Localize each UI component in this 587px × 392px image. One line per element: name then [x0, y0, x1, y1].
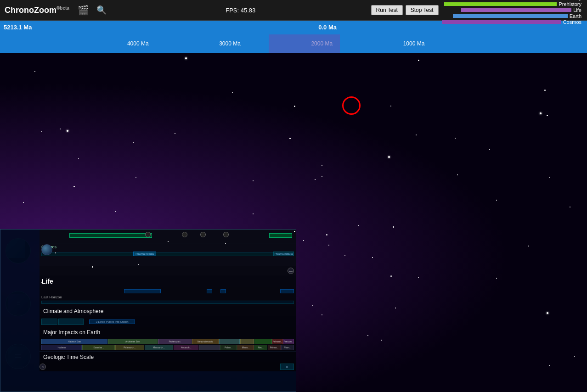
stop-test-button[interactable]: Stop Test [406, 5, 439, 15]
star-19 [23, 202, 24, 203]
star-10 [41, 131, 42, 132]
star-0 [185, 57, 187, 59]
star-45 [547, 312, 548, 314]
star-1 [418, 60, 419, 61]
search-icon[interactable]: 🔍 [93, 5, 110, 15]
star-36 [73, 186, 75, 187]
star-50 [322, 314, 322, 315]
timeline-left-label: 5213.1 Ma [4, 24, 32, 31]
timeline-tick: 1000 Ma [403, 40, 425, 47]
star-12 [175, 133, 175, 134]
beta-label: ®beta [56, 6, 69, 11]
star-37 [457, 174, 458, 175]
run-test-button[interactable]: Run Test [371, 5, 403, 15]
legend-item-life: Life [461, 7, 581, 13]
star-26 [326, 234, 327, 235]
star-57 [41, 282, 42, 283]
bottom-controls: ○ ||| [40, 362, 296, 371]
star-29 [393, 226, 394, 228]
panel-content: Cosmos Plasma nebula Plasma nebula — Lif… [40, 230, 296, 371]
star-54 [168, 241, 169, 242]
star-33 [570, 207, 570, 207]
star-42 [418, 277, 419, 278]
major-impacts-section: 3 Large Pulses into Craton [40, 316, 296, 327]
star-9 [540, 112, 542, 114]
star-2 [34, 71, 35, 72]
star-46 [549, 365, 550, 366]
star-3 [232, 92, 233, 93]
star-43 [395, 308, 396, 308]
last-horizon-label: Last Horizon [40, 295, 296, 300]
timeline-tick: 3000 Ma [219, 40, 241, 47]
star-51 [312, 305, 313, 306]
star-31 [496, 200, 497, 201]
star-4 [544, 90, 546, 91]
timeline-right-label: 0.0 Ma [318, 24, 337, 31]
star-7 [294, 106, 295, 107]
red-circle-marker [342, 96, 361, 115]
header-buttons: Run Test Stop Test HumanityPrehistoryLif… [371, 0, 587, 25]
star-28 [358, 225, 359, 226]
star-47 [574, 356, 575, 357]
climate-atmosphere-row: Climate and Atmosphere [40, 306, 296, 316]
fps-display: FPS: 45.83 [110, 7, 371, 14]
star-38 [528, 246, 529, 246]
star-14 [322, 176, 322, 177]
star-13 [289, 138, 291, 139]
star-40 [372, 257, 373, 258]
controls-row: — [40, 266, 296, 275]
star-34 [315, 179, 316, 180]
timeline-bar[interactable]: 4000 Ma3000 Ma2000 Ma1000 Ma [0, 34, 587, 53]
star-15 [388, 156, 390, 158]
star-58 [55, 252, 56, 253]
life-section: Life [40, 275, 296, 287]
minimap-panel: Cosmos Plasma nebula Plasma nebula — Lif… [0, 229, 296, 392]
film-icon[interactable]: 🎬 [74, 5, 93, 16]
star-39 [344, 255, 345, 256]
star-21 [135, 177, 136, 178]
star-30 [416, 134, 417, 135]
cosmos-section: Cosmos Plasma nebula Plasma nebula [40, 243, 296, 266]
star-18 [547, 115, 548, 116]
geologic-label: Geologic Time Scale [41, 353, 294, 361]
star-56 [92, 266, 93, 268]
legend-item-earth: Earth [453, 13, 581, 19]
major-impacts-row: Major Impacts on Earth [40, 327, 296, 337]
main-canvas[interactable]: ▪▪▪▪▪▪ ══════ Cosmos Plas [0, 53, 587, 392]
legend: HumanityPrehistoryLifeEarthCosmos [441, 0, 583, 25]
star-20 [60, 129, 61, 129]
climate-label: Climate and Atmosphere [41, 307, 294, 315]
star-52 [253, 213, 254, 214]
geologic-row: Geologic Time Scale [40, 352, 296, 362]
star-27 [328, 245, 329, 246]
cosmos-label: Cosmos [40, 244, 296, 250]
star-53 [225, 243, 226, 244]
legend-item-prehistory: Prehistory [444, 1, 581, 7]
star-48 [367, 335, 368, 336]
star-24 [303, 240, 304, 241]
timeline[interactable]: 5213.1 Ma 0.0 Ma 4000 Ma3000 Ma2000 Ma10… [0, 21, 587, 53]
star-5 [67, 130, 68, 132]
timeline-highlight [269, 34, 340, 53]
life-label: Life [40, 276, 296, 286]
star-25 [322, 165, 322, 166]
legend-item-cosmos: Cosmos [442, 19, 581, 25]
major-impacts-label: Major Impacts on Earth [41, 328, 294, 336]
star-23 [294, 231, 295, 232]
app-logo: ChronoZoom®beta [0, 6, 74, 15]
star-44 [496, 278, 497, 279]
star-35 [115, 211, 116, 212]
star-55 [138, 264, 139, 265]
star-22 [253, 180, 254, 181]
geologic-section: Hadean Eon Archaean Eon Proterozoic Neop… [40, 337, 296, 352]
timeline-tick: 4000 Ma [127, 40, 149, 47]
star-8 [390, 106, 391, 106]
climate-rows: Last Horizon [40, 287, 296, 306]
star-32 [549, 177, 550, 178]
star-49 [381, 340, 382, 341]
star-6 [133, 142, 134, 143]
star-41 [390, 275, 392, 277]
star-11 [78, 158, 79, 159]
header: ChronoZoom®beta 🎬 🔍 FPS: 45.83 Run Test … [0, 0, 587, 21]
star-16 [455, 138, 456, 139]
